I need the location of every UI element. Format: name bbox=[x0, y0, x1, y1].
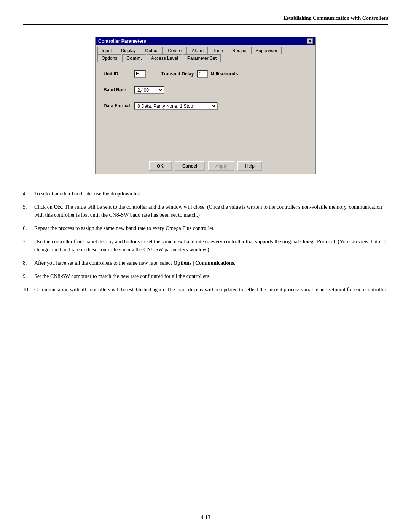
list-content: Click on OK. The value will be sent to t… bbox=[34, 203, 388, 219]
list-content: Repeat the process to assign the same ne… bbox=[34, 224, 388, 232]
baud-rate-label: Baud Rate: bbox=[104, 87, 134, 93]
tab-supervisor[interactable]: Supervisor bbox=[251, 47, 281, 54]
transmit-section: Transmit Delay: Milliseconds bbox=[161, 70, 238, 78]
cancel-button[interactable]: Cancel bbox=[175, 161, 205, 171]
list-number: 8. bbox=[23, 259, 34, 267]
list-number: 10. bbox=[23, 286, 34, 294]
list-item: 7. Use the controller front panel displa… bbox=[23, 238, 388, 254]
list-item: 5. Click on OK. The value will be sent t… bbox=[23, 203, 388, 219]
data-format-row: Data Format: 8 Data, Parity None, 1 Stop… bbox=[104, 102, 307, 110]
list-item: 9. Set the CN8-SW computer to match the … bbox=[23, 272, 388, 280]
dialog-content: Unit ID: Transmit Delay: Milliseconds Ba… bbox=[96, 62, 315, 158]
dialog-area: Controller Parameters ✕ Input Display Ou… bbox=[23, 37, 388, 174]
help-button[interactable]: Help bbox=[237, 161, 262, 171]
list-content: To select another baud rate, use the dro… bbox=[34, 190, 388, 198]
list-item: 4. To select another baud rate, use the … bbox=[23, 190, 388, 198]
tab-access-level[interactable]: Access Level bbox=[147, 54, 182, 62]
dialog-buttons: OK Cancel Apply Help bbox=[96, 158, 315, 174]
transmit-delay-label: Transmit Delay: bbox=[161, 71, 195, 77]
data-format-select[interactable]: 8 Data, Parity None, 1 Stop 7 Data, Pari… bbox=[134, 102, 218, 110]
list-item: 8. After you have set all the controller… bbox=[23, 259, 388, 267]
tab-input[interactable]: Input bbox=[97, 47, 116, 54]
close-icon[interactable]: ✕ bbox=[307, 38, 313, 44]
tab-control[interactable]: Control bbox=[164, 47, 187, 54]
page-header: Establishing Communication with Controll… bbox=[23, 15, 388, 25]
list-number: 7. bbox=[23, 238, 34, 254]
data-format-label: Data Format: bbox=[104, 103, 134, 109]
tabs-row2: Options Comm. Access Level Parameter Set bbox=[96, 54, 315, 62]
dialog-titlebar: Controller Parameters ✕ bbox=[96, 37, 315, 45]
tab-tune[interactable]: Tune bbox=[209, 47, 227, 54]
list-number: 5. bbox=[23, 203, 34, 219]
list-content: Use the controller front panel display a… bbox=[34, 238, 388, 254]
apply-button[interactable]: Apply bbox=[208, 161, 234, 171]
baud-rate-row: Baud Rate: 1,200 2,400 4,800 9,600 19,20… bbox=[104, 86, 307, 94]
page-title: Establishing Communication with Controll… bbox=[284, 15, 389, 21]
list-number: 4. bbox=[23, 190, 34, 198]
milliseconds-label: Milliseconds bbox=[210, 71, 238, 77]
list-content: Communication with all controllers will … bbox=[34, 286, 388, 294]
page-container: Establishing Communication with Controll… bbox=[0, 0, 411, 532]
list-content: Set the CN8-SW computer to match the new… bbox=[34, 272, 388, 280]
tab-options[interactable]: Options bbox=[97, 54, 121, 62]
baud-rate-select[interactable]: 1,200 2,400 4,800 9,600 19,200 bbox=[134, 86, 164, 94]
list-content: After you have set all the controllers t… bbox=[34, 259, 388, 267]
tab-display[interactable]: Display bbox=[117, 47, 140, 54]
tab-recipe[interactable]: Recipe bbox=[228, 47, 250, 54]
unit-id-label: Unit ID: bbox=[104, 71, 134, 77]
list-number: 9. bbox=[23, 272, 34, 280]
page-number: 4-13 bbox=[201, 514, 210, 520]
tab-comm[interactable]: Comm. bbox=[122, 54, 146, 62]
page-footer: 4-13 bbox=[0, 511, 411, 521]
list-number: 6. bbox=[23, 224, 34, 232]
transmit-delay-input[interactable] bbox=[197, 70, 208, 78]
list-item: 6. Repeat the process to assign the same… bbox=[23, 224, 388, 232]
unit-id-input[interactable] bbox=[134, 70, 146, 78]
tab-alarm[interactable]: Alarm bbox=[188, 47, 208, 54]
dialog-window: Controller Parameters ✕ Input Display Ou… bbox=[95, 37, 316, 174]
instruction-list: 4. To select another baud rate, use the … bbox=[23, 190, 388, 294]
dialog-title: Controller Parameters bbox=[98, 38, 146, 44]
tabs-row1: Input Display Output Control Alarm Tune … bbox=[96, 46, 315, 54]
unit-id-row: Unit ID: Transmit Delay: Milliseconds bbox=[104, 70, 307, 78]
tab-output[interactable]: Output bbox=[141, 47, 163, 54]
list-item: 10. Communication with all controllers w… bbox=[23, 286, 388, 294]
ok-button[interactable]: OK bbox=[149, 161, 172, 171]
tab-parameter-set[interactable]: Parameter Set bbox=[183, 54, 221, 62]
